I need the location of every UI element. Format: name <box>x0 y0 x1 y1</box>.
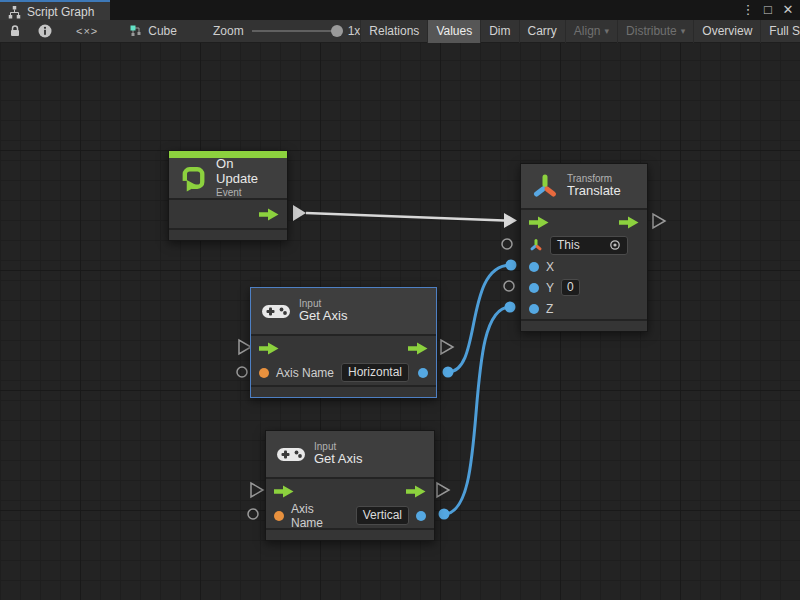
axis-name-port-dot[interactable] <box>274 511 284 521</box>
graph-toolbar: <×> Cube Zoom 1x Relations Values <box>0 20 800 43</box>
result-port-dot[interactable] <box>418 368 428 378</box>
x-port-dot[interactable] <box>529 262 539 272</box>
node-header: Input Get Axis <box>266 431 434 477</box>
wire-value-getaxisV-translateZ[interactable] <box>444 307 510 514</box>
y-value-field[interactable]: 0 <box>561 279 580 296</box>
distribute-button[interactable]: Distribute ▾ <box>617 20 693 43</box>
lock-icon <box>8 24 22 38</box>
axis-name-label: Axis Name <box>276 366 334 380</box>
z-port-label: Z <box>546 302 553 316</box>
node-on-update[interactable]: On Update Event <box>168 150 288 241</box>
port-axisname-in-getaxis-v[interactable] <box>248 509 258 519</box>
titlebar: Script Graph ⋮ □ ✕ <box>0 0 800 20</box>
info-icon <box>38 24 52 38</box>
carry-button[interactable]: Carry <box>519 20 565 43</box>
zoom-label: Zoom <box>213 24 244 38</box>
zoom-value: 1x <box>348 24 361 38</box>
axis-name-field[interactable]: Horizontal <box>341 363 409 382</box>
loop-arrow-icon <box>179 163 208 193</box>
overview-button[interactable]: Overview <box>693 20 760 43</box>
axis-name-port-dot[interactable] <box>259 368 269 378</box>
gamepad-icon <box>261 301 291 321</box>
flow-out-arrow-icon[interactable] <box>259 208 279 221</box>
hierarchy-icon <box>8 6 21 19</box>
wire-value-getaxisH-translateX[interactable] <box>448 265 511 372</box>
port-flow-out-getaxis-h[interactable] <box>441 340 453 354</box>
node-header: Input Get Axis <box>251 288 436 334</box>
wire-flow-onupdate-translate[interactable] <box>306 213 504 221</box>
node-footer <box>521 319 647 331</box>
window-menu-button[interactable]: ⋮ <box>740 1 756 19</box>
node-footer <box>251 385 436 397</box>
result-port-dot[interactable] <box>416 511 426 521</box>
chevron-down-icon: ▾ <box>605 26 610 36</box>
axis-name-label: Axis Name <box>291 502 349 530</box>
port-this-translate[interactable] <box>502 239 512 249</box>
port-axisname-in-getaxis-h[interactable] <box>237 367 247 377</box>
node-title: Get Axis <box>314 452 362 467</box>
zoom-control: Zoom 1x <box>213 24 360 38</box>
graph-asset-name: Cube <box>148 24 177 38</box>
lock-button[interactable] <box>0 20 30 42</box>
zoom-slider-track[interactable] <box>252 30 340 32</box>
transform-axes-icon <box>531 172 559 200</box>
node-title: Translate <box>567 184 621 199</box>
object-picker-icon[interactable] <box>609 239 621 251</box>
z-port-dot[interactable] <box>529 304 539 314</box>
port-flow-in-getaxis-v[interactable] <box>251 483 263 497</box>
port-y-translate[interactable] <box>504 281 514 291</box>
tab-script-graph[interactable]: Script Graph <box>0 0 110 20</box>
node-translate[interactable]: Transform Translate <box>520 163 648 332</box>
script-graph-asset-icon <box>130 25 142 37</box>
info-button[interactable] <box>30 20 60 42</box>
script-graph-window: Script Graph ⋮ □ ✕ <×> <box>0 0 800 600</box>
node-get-axis-vertical[interactable]: Input Get Axis Axis Name Vertica <box>265 430 435 541</box>
toolbar-toggle-group: Relations Values Dim Carry Align ▾ Distr… <box>360 20 800 43</box>
tab-title: Script Graph <box>27 4 94 20</box>
chevron-down-icon: ▾ <box>681 26 686 36</box>
graph-canvas[interactable]: On Update Event <box>0 43 800 600</box>
axis-name-field[interactable]: Vertical <box>356 506 409 525</box>
flow-out-arrow-icon[interactable] <box>408 342 428 355</box>
y-port-label: Y <box>546 281 554 295</box>
flow-out-arrow-icon[interactable] <box>406 485 426 498</box>
port-flow-out-translate[interactable] <box>653 214 665 228</box>
node-type-label: Event <box>216 187 277 199</box>
port-z-translate[interactable] <box>505 302 516 313</box>
node-footer <box>266 528 434 540</box>
zoom-slider-handle[interactable] <box>331 25 343 37</box>
port-result-getaxis-v[interactable] <box>439 509 450 520</box>
align-button[interactable]: Align ▾ <box>565 20 617 43</box>
node-title: On Update <box>216 157 277 187</box>
flow-in-arrow-icon[interactable] <box>259 342 279 355</box>
graph-asset-reference[interactable]: Cube <box>130 24 177 38</box>
relations-button[interactable]: Relations <box>360 20 427 43</box>
gamepad-icon <box>276 444 306 464</box>
full-screen-button[interactable]: Full Screen <box>760 20 800 43</box>
x-port-label: X <box>546 260 554 274</box>
port-flow-out-on-update[interactable] <box>293 205 306 221</box>
dim-button[interactable]: Dim <box>480 20 518 43</box>
window-maximize-button[interactable]: □ <box>760 1 776 19</box>
transform-axes-icon <box>529 238 543 252</box>
code-literal-button[interactable]: <×> <box>60 25 114 37</box>
this-object-field[interactable]: This <box>550 236 628 255</box>
wire-flow-arrowhead[interactable] <box>504 213 517 228</box>
node-get-axis-horizontal[interactable]: Input Get Axis Axis Name Horizon <box>250 287 437 398</box>
window-close-button[interactable]: ✕ <box>780 1 796 19</box>
flow-out-arrow-icon[interactable] <box>619 216 639 229</box>
port-result-getaxis-h[interactable] <box>443 367 454 378</box>
node-header: On Update Event <box>169 158 287 198</box>
flow-in-arrow-icon[interactable] <box>274 485 294 498</box>
y-port-dot[interactable] <box>529 283 539 293</box>
node-title: Get Axis <box>299 309 347 324</box>
node-header: Transform Translate <box>521 164 647 208</box>
flow-in-arrow-icon[interactable] <box>529 216 549 229</box>
window-controls: ⋮ □ ✕ <box>740 0 796 20</box>
values-button[interactable]: Values <box>427 20 480 43</box>
port-flow-out-getaxis-v[interactable] <box>437 483 449 497</box>
node-footer <box>169 228 287 240</box>
port-x-translate[interactable] <box>506 260 517 271</box>
